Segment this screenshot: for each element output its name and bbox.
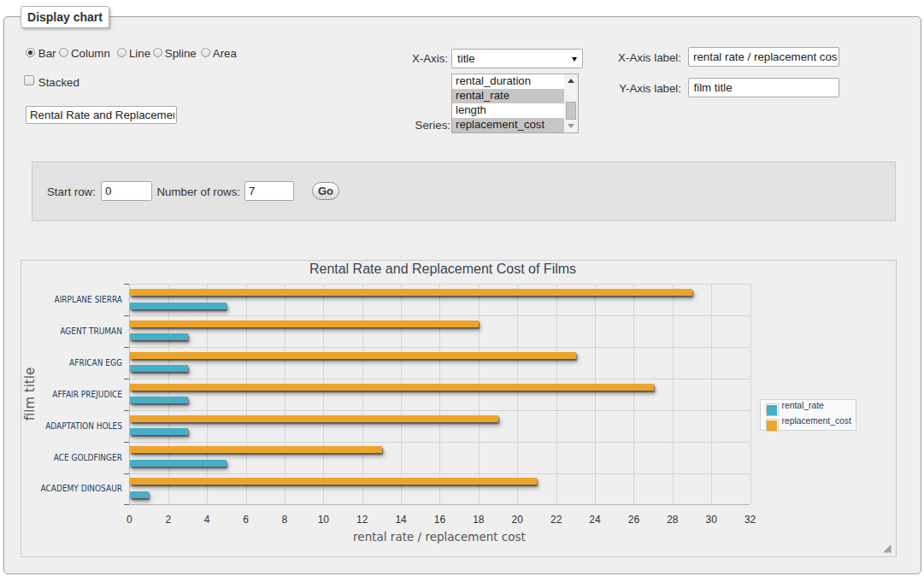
x-tick-label: 28 <box>656 514 690 526</box>
chart-title-input[interactable] <box>26 106 177 124</box>
bar-rental_rate[interactable] <box>130 365 188 372</box>
legend-item-rental_rate[interactable]: rental_rate <box>766 403 851 416</box>
bar-rental_rate[interactable] <box>130 428 188 435</box>
x-tick-label: 12 <box>345 514 380 526</box>
bar-replacement_cost[interactable] <box>130 320 479 327</box>
x-axis-title: rental rate / replacement cost <box>129 530 750 544</box>
x-tick-label: 30 <box>694 514 728 526</box>
legend-swatch-icon <box>766 403 779 416</box>
gridline-vertical <box>362 284 363 504</box>
value-axis-line <box>129 504 750 505</box>
gridline-horizontal <box>129 379 750 379</box>
x-tick-label: 32 <box>733 514 768 526</box>
x-tick-label: 14 <box>384 514 418 526</box>
bar-rental_rate[interactable] <box>130 397 188 403</box>
gridline-vertical <box>517 284 518 504</box>
y-axis-label-caption: Y-Axis label: <box>619 82 681 95</box>
gridline-vertical <box>168 284 169 504</box>
x-tick-label: 10 <box>306 514 340 526</box>
bar-replacement_cost[interactable] <box>130 289 692 296</box>
x-tick-label: 20 <box>500 514 534 526</box>
num-rows-input[interactable] <box>244 181 294 201</box>
page: Display chart Bar Column Line Spline Are… <box>0 0 924 582</box>
category-label: AGENT TRUMAN <box>26 326 122 336</box>
scroll-up-icon[interactable] <box>564 74 578 87</box>
legend-label: replacement_cost <box>782 416 851 426</box>
x-axis-selected-value: title <box>457 52 475 65</box>
x-tick-label: 0 <box>112 514 146 526</box>
category-label: ADAPTATION HOLES <box>26 421 122 431</box>
category-axis-line <box>129 284 130 504</box>
bar-replacement_cost[interactable] <box>130 415 498 422</box>
x-tick-label: 4 <box>190 514 224 526</box>
series-option-rental-duration[interactable]: rental_duration <box>452 74 578 89</box>
radio-bar[interactable] <box>26 48 35 57</box>
x-axis-select[interactable]: title <box>451 49 583 68</box>
x-tick-label: 6 <box>229 514 263 526</box>
resize-handle-icon[interactable] <box>884 545 892 553</box>
x-tick-label: 16 <box>422 514 456 526</box>
x-tick-label: 18 <box>462 514 496 526</box>
gridline-horizontal <box>129 442 750 443</box>
gridline-vertical <box>323 284 324 504</box>
x-tick-label: 22 <box>539 514 574 526</box>
series-option-replacement-cost[interactable]: replacement_cost <box>452 118 578 132</box>
legend-swatch-icon <box>766 419 779 432</box>
radio-bar-label[interactable]: Bar <box>38 47 56 60</box>
category-label: ACE GOLDFINGER <box>26 453 122 462</box>
gridline-horizontal <box>129 315 750 316</box>
gridline-vertical <box>246 284 247 504</box>
bar-replacement_cost[interactable] <box>130 446 382 453</box>
series-select-label: Series: <box>415 119 450 132</box>
radio-column[interactable] <box>59 48 68 57</box>
scrollbar-thumb[interactable] <box>566 102 576 120</box>
bar-rental_rate[interactable] <box>130 333 188 340</box>
gridline-vertical <box>207 284 208 504</box>
series-option-rental-rate[interactable]: rental_rate <box>452 89 578 103</box>
bar-rental_rate[interactable] <box>130 491 149 498</box>
x-tick-label: 24 <box>578 514 612 526</box>
gridline-vertical <box>673 284 674 504</box>
x-axis-label-caption: X-Axis label: <box>618 51 681 64</box>
bar-replacement_cost[interactable] <box>130 478 537 485</box>
x-tick-label: 2 <box>151 514 185 526</box>
gridline-horizontal <box>129 473 750 474</box>
series-multiselect[interactable]: rental_duration rental_rate length repla… <box>451 73 579 133</box>
series-option-length[interactable]: length <box>452 103 578 118</box>
stacked-label[interactable]: Stacked <box>38 76 79 89</box>
y-axis-label-input[interactable] <box>688 78 839 97</box>
chart-title: Rental Rate and Replacement Cost of Film… <box>132 262 753 277</box>
category-label: AFRICAN EGG <box>26 358 122 367</box>
gridline-vertical <box>711 284 712 504</box>
category-label: AIRPLANE SIERRA <box>26 295 122 304</box>
radio-line-label[interactable]: Line <box>129 47 150 60</box>
radio-column-label[interactable]: Column <box>71 47 110 60</box>
radio-line[interactable] <box>117 48 127 57</box>
go-button[interactable]: Go <box>312 182 339 200</box>
x-tick-label: 8 <box>268 514 302 526</box>
x-tick-label: 26 <box>616 514 650 526</box>
stacked-checkbox[interactable] <box>24 75 34 85</box>
chart-container: Rental Rate and Replacement Cost of Film… <box>21 260 897 557</box>
gridline-vertical <box>556 284 557 504</box>
radio-area-label[interactable]: Area <box>213 47 237 60</box>
gridline-vertical <box>750 284 751 504</box>
radio-spline-label[interactable]: Spline <box>165 47 197 60</box>
gridline-vertical <box>439 284 440 504</box>
x-axis-select-label: X-Axis: <box>412 52 448 65</box>
bar-replacement_cost[interactable] <box>130 352 576 359</box>
gridline-vertical <box>479 284 480 504</box>
x-axis-label-input[interactable] <box>688 47 840 67</box>
scroll-down-icon[interactable] <box>564 120 578 132</box>
gridline-vertical <box>401 284 402 504</box>
bar-rental_rate[interactable] <box>130 460 227 467</box>
gridline-vertical <box>285 284 285 504</box>
category-label: ACADEMY DINOSAUR <box>26 484 122 493</box>
bar-rental_rate[interactable] <box>130 303 227 309</box>
bar-replacement_cost[interactable] <box>130 384 654 391</box>
dropdown-arrow-icon <box>572 57 577 62</box>
legend-item-replacement_cost[interactable]: replacement_cost <box>766 419 851 432</box>
gridline-horizontal <box>129 410 750 411</box>
series-scrollbar[interactable] <box>564 74 578 132</box>
start-row-input[interactable] <box>101 181 152 201</box>
